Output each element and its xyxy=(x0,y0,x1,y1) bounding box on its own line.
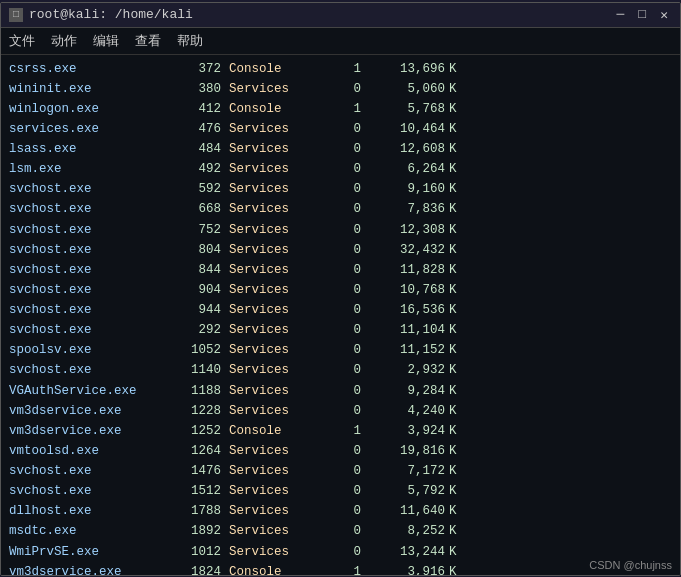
table-row: svchost.exe1140Services02,932K xyxy=(1,360,680,380)
table-row: lsm.exe492Services06,264K xyxy=(1,159,680,179)
table-row: svchost.exe1512Services05,792K xyxy=(1,481,680,501)
process-memory: 7,836 xyxy=(369,200,449,218)
process-session: Services xyxy=(229,180,329,198)
process-session-num: 0 xyxy=(329,382,369,400)
process-session-num: 1 xyxy=(329,563,369,575)
process-session-num: 1 xyxy=(329,60,369,78)
table-row: svchost.exe844Services011,828K xyxy=(1,260,680,280)
process-session-num: 0 xyxy=(329,261,369,279)
process-pid: 476 xyxy=(169,120,229,138)
process-memory: 4,240 xyxy=(369,402,449,420)
table-row: svchost.exe1476Services07,172K xyxy=(1,461,680,481)
process-session: Services xyxy=(229,462,329,480)
process-memory: 32,432 xyxy=(369,241,449,259)
process-session: Services xyxy=(229,160,329,178)
table-row: vm3dservice.exe1228Services04,240K xyxy=(1,401,680,421)
menu-item-查看[interactable]: 查看 xyxy=(135,32,161,50)
process-mem-unit: K xyxy=(449,462,469,480)
process-name: vm3dservice.exe xyxy=(9,402,169,420)
process-pid: 1824 xyxy=(169,563,229,575)
table-row: svchost.exe592Services09,160K xyxy=(1,179,680,199)
process-session-num: 0 xyxy=(329,341,369,359)
process-pid: 484 xyxy=(169,140,229,158)
title-bar-left: □ root@kali: /home/kali xyxy=(9,7,193,22)
process-memory: 11,640 xyxy=(369,502,449,520)
process-name: svchost.exe xyxy=(9,221,169,239)
process-mem-unit: K xyxy=(449,482,469,500)
process-name: svchost.exe xyxy=(9,180,169,198)
process-session: Services xyxy=(229,341,329,359)
process-pid: 1188 xyxy=(169,382,229,400)
process-name: msdtc.exe xyxy=(9,522,169,540)
menu-bar: 文件动作编辑查看帮助 xyxy=(1,28,680,55)
process-name: svchost.exe xyxy=(9,361,169,379)
process-name: services.exe xyxy=(9,120,169,138)
csdn-badge: CSDN @chujnss xyxy=(589,559,672,571)
table-row: svchost.exe668Services07,836K xyxy=(1,199,680,219)
process-pid: 944 xyxy=(169,301,229,319)
process-pid: 380 xyxy=(169,80,229,98)
process-session: Services xyxy=(229,382,329,400)
process-memory: 8,252 xyxy=(369,522,449,540)
menu-item-动作[interactable]: 动作 xyxy=(51,32,77,50)
menu-item-编辑[interactable]: 编辑 xyxy=(93,32,119,50)
table-row: wininit.exe380Services05,060K xyxy=(1,79,680,99)
process-session: Services xyxy=(229,361,329,379)
menu-item-帮助[interactable]: 帮助 xyxy=(177,32,203,50)
process-mem-unit: K xyxy=(449,422,469,440)
process-name: lsm.exe xyxy=(9,160,169,178)
menu-item-文件[interactable]: 文件 xyxy=(9,32,35,50)
table-row: VGAuthService.exe1188Services09,284K xyxy=(1,381,680,401)
process-mem-unit: K xyxy=(449,563,469,575)
process-memory: 3,924 xyxy=(369,422,449,440)
process-pid: 1140 xyxy=(169,361,229,379)
process-session: Services xyxy=(229,482,329,500)
terminal-window: □ root@kali: /home/kali ─ □ ✕ 文件动作编辑查看帮助… xyxy=(0,2,681,576)
process-session: Services xyxy=(229,281,329,299)
process-session-num: 0 xyxy=(329,402,369,420)
process-mem-unit: K xyxy=(449,402,469,420)
process-name: svchost.exe xyxy=(9,241,169,259)
process-memory: 5,768 xyxy=(369,100,449,118)
table-row: svchost.exe944Services016,536K xyxy=(1,300,680,320)
close-button[interactable]: ✕ xyxy=(656,7,672,23)
process-session-num: 0 xyxy=(329,120,369,138)
process-session: Services xyxy=(229,140,329,158)
process-pid: 412 xyxy=(169,100,229,118)
minimize-button[interactable]: ─ xyxy=(613,7,629,23)
process-memory: 10,464 xyxy=(369,120,449,138)
table-row: msdtc.exe1892Services08,252K xyxy=(1,521,680,541)
table-row: spoolsv.exe1052Services011,152K xyxy=(1,340,680,360)
process-memory: 11,152 xyxy=(369,341,449,359)
process-session-num: 0 xyxy=(329,442,369,460)
process-pid: 372 xyxy=(169,60,229,78)
process-session-num: 0 xyxy=(329,221,369,239)
process-mem-unit: K xyxy=(449,200,469,218)
maximize-button[interactable]: □ xyxy=(634,7,650,23)
process-session-num: 0 xyxy=(329,301,369,319)
process-mem-unit: K xyxy=(449,281,469,299)
process-name: svchost.exe xyxy=(9,281,169,299)
title-bar-controls: ─ □ ✕ xyxy=(613,7,672,23)
process-mem-unit: K xyxy=(449,60,469,78)
process-pid: 1476 xyxy=(169,462,229,480)
process-session-num: 0 xyxy=(329,543,369,561)
process-pid: 1012 xyxy=(169,543,229,561)
process-session: Services xyxy=(229,522,329,540)
process-name: svchost.exe xyxy=(9,482,169,500)
process-session-num: 1 xyxy=(329,100,369,118)
window-icon: □ xyxy=(9,8,23,22)
process-name: vm3dservice.exe xyxy=(9,563,169,575)
process-memory: 11,828 xyxy=(369,261,449,279)
title-bar: □ root@kali: /home/kali ─ □ ✕ xyxy=(1,3,680,28)
process-session: Services xyxy=(229,261,329,279)
process-name: svchost.exe xyxy=(9,321,169,339)
process-mem-unit: K xyxy=(449,160,469,178)
process-memory: 7,172 xyxy=(369,462,449,480)
process-memory: 2,932 xyxy=(369,361,449,379)
table-row: winlogon.exe412Console15,768K xyxy=(1,99,680,119)
process-session-num: 0 xyxy=(329,160,369,178)
process-memory: 16,536 xyxy=(369,301,449,319)
process-name: spoolsv.exe xyxy=(9,341,169,359)
process-session-num: 0 xyxy=(329,361,369,379)
